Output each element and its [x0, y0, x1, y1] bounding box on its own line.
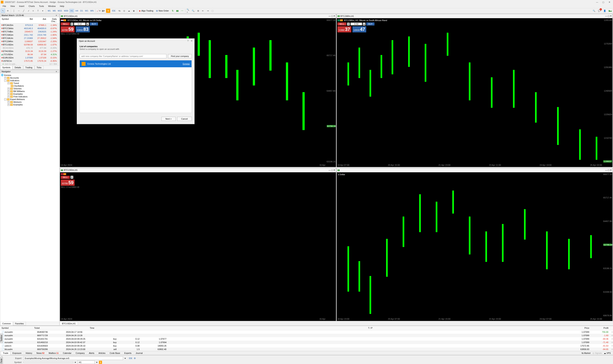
fibo-tool[interactable]: ≡ — [31, 9, 35, 13]
ide-link[interactable]: IDE — [129, 357, 132, 359]
navigator-tree[interactable]: 🌐Exness +Accounts-Indicators+TrendOscill… — [0, 73, 59, 322]
dollar-icon[interactable]: $ — [106, 9, 110, 13]
indicator-tool[interactable]: 📈▾ — [96, 9, 101, 13]
sell-button[interactable]: SELL — [61, 22, 70, 26]
tree-item[interactable]: +Trend — [0, 82, 59, 85]
tree-item[interactable]: -Expert Advisors — [0, 98, 59, 101]
market-watch-row[interactable]: ▼ BTCTHBm 2354572 2363025 -1.24% — [0, 30, 59, 33]
dollar-icon[interactable]: $ — [99, 361, 102, 364]
signals-icon[interactable]: ◎ — [122, 9, 126, 13]
maximize-button[interactable]: ▢ — [600, 0, 606, 4]
arrange-icon[interactable]: ⇅ — [170, 9, 175, 13]
tab-company[interactable]: Company — [74, 351, 87, 355]
menu-file[interactable]: File — [1, 5, 8, 8]
tab-news[interactable]: News92 — [34, 351, 47, 355]
chart-min[interactable]: — — [605, 15, 607, 17]
algo-trading-button[interactable]: ▶Algo Trading — [138, 9, 155, 13]
tab-articles[interactable]: Articles — [96, 351, 108, 355]
tf-select[interactable]: H1 — [78, 361, 95, 364]
chart-tab-btcusdm[interactable]: BTCUSDm,H1 — [60, 322, 78, 325]
tree-item[interactable]: +Free Indicators — [0, 95, 59, 98]
expand-icon[interactable]: + — [7, 90, 10, 92]
close-button[interactable]: ✕ — [606, 0, 612, 4]
market-watch-close[interactable]: × — [55, 14, 58, 16]
select-icon[interactable]: ⬚ — [210, 9, 215, 13]
market-watch-row[interactable]: ▼ BTCUSDm 63788.59 63858.83 -1.07% — [0, 43, 59, 46]
tab-mailbox[interactable]: Mailbox11 — [47, 351, 61, 355]
minimize-button[interactable]: — — [594, 0, 600, 4]
market-watch-row[interactable]: ▼ ETHUSDm 3115.34 3119.39 -1.27% — [0, 50, 59, 53]
mw-tab-details[interactable]: Details — [13, 65, 23, 69]
mw-tab-ticks[interactable]: Ticks — [35, 65, 43, 69]
tab-history[interactable]: History — [24, 351, 34, 355]
vps-link[interactable]: ☁ VPS — [604, 352, 611, 354]
buy-button[interactable]: BUY — [366, 22, 375, 26]
tf-h4[interactable]: H4 — [75, 9, 79, 12]
company-shortname[interactable]: Exness — [183, 63, 190, 65]
expert-select[interactable]: Examples\Moving Average\Moving Average.e… — [23, 357, 123, 360]
cancel-button[interactable]: Cancel — [177, 117, 192, 121]
menu-tools[interactable]: Tools — [37, 5, 46, 8]
next-button[interactable]: Next > — [161, 117, 176, 121]
tf-m15[interactable]: M15 — [57, 9, 63, 12]
mql5-icon[interactable]: ◉ — [132, 9, 136, 13]
connection-icon[interactable]: ▮▬ — [608, 9, 612, 13]
chart-btcusdm-bottom-right[interactable]: ▮▮ —▢✕ s Dollar 66977.1065717.4564457.80 — [337, 168, 613, 321]
search-icon[interactable]: 🔍 — [592, 9, 596, 13]
vline-tool[interactable]: │ — [12, 9, 16, 13]
new-order-button[interactable]: ⊞New Order — [155, 9, 170, 13]
crosshair-tool[interactable]: ✛ — [6, 9, 10, 13]
find-company-button[interactable]: Find your company — [168, 54, 192, 58]
tile-icon[interactable]: ⊞ — [196, 9, 200, 13]
line-icon[interactable]: 〰 — [180, 9, 184, 13]
close-trade-icon[interactable]: × — [610, 341, 613, 344]
market-watch-add[interactable]: +click to add... 12 / 394 — [0, 63, 59, 65]
market-watch-row[interactable]: ▲ LTCUSDm 86.94 87.94 4.31% — [0, 53, 59, 56]
close-trade-icon[interactable]: × — [610, 337, 613, 340]
volume-input[interactable]: 0.12 — [74, 23, 86, 25]
market-watch-row[interactable]: ▼ USTECm 17572.85 17578.24 -0.35% — [0, 59, 59, 63]
tab-journal[interactable]: Journal — [134, 351, 145, 355]
tree-item[interactable]: +Advisors — [0, 101, 59, 103]
expand-icon[interactable]: + — [7, 96, 10, 98]
tf-m1[interactable]: M1 — [47, 9, 51, 12]
menu-window[interactable]: Window — [46, 5, 58, 8]
tab-alerts[interactable]: Alerts — [87, 351, 96, 355]
autoscroll-icon[interactable]: ⇥ — [206, 9, 210, 13]
market-watch-row[interactable]: ▼ BTCAUDm 97519.8 97665.1 -1.34% — [0, 23, 59, 27]
signals-link[interactable]: ◎ Signals — [592, 352, 602, 354]
close-trade-icon[interactable]: × — [610, 330, 613, 334]
zoom-out-icon[interactable]: 🔍- — [191, 9, 196, 13]
chart-min[interactable]: — — [329, 15, 331, 17]
tf-mn[interactable]: MN — [90, 9, 94, 12]
expand-icon[interactable]: + — [7, 88, 10, 90]
tab-exposure[interactable]: Exposure — [10, 351, 23, 355]
profile-icon[interactable]: 👤 — [603, 9, 607, 13]
chart-close[interactable]: ✕ — [333, 15, 335, 17]
sell-button[interactable]: SELL — [61, 176, 70, 179]
dialog-close[interactable]: ✕ — [191, 40, 193, 42]
market-watch-row[interactable]: BCHUSDm 476.72 477.84 -0.20% — [0, 46, 59, 50]
tree-item[interactable]: +Volumes — [0, 87, 59, 90]
vol-down[interactable]: ▾ — [347, 23, 350, 26]
chart-max[interactable]: ▢ — [331, 15, 333, 17]
tf-d1[interactable]: D1 — [79, 9, 84, 12]
chart-btczarm[interactable]: ▮▮ BTCZARm,H1 —▢✕ BTCZARm, H1: Bitcoin v… — [337, 14, 613, 167]
market-watch-row[interactable]: ▼ EURUSDm 1.07099 1.07109 -0.15% — [0, 56, 59, 59]
volume-input[interactable]: 0.50 — [351, 23, 362, 25]
vol-up[interactable]: ▴ — [363, 23, 365, 26]
equidistant-tool[interactable]: ⫽ — [26, 9, 30, 13]
tab-calendar[interactable]: Calendar — [61, 351, 74, 355]
zoom-in-icon[interactable]: 🔍+ — [186, 9, 191, 13]
dialog-help[interactable]: ? — [187, 40, 188, 42]
vol-up[interactable]: ▴ — [86, 23, 89, 26]
trade-row[interactable]: 📄 eurusdm 631450210 2024.04.03 09:42:37 … — [0, 341, 613, 344]
buy-button[interactable]: BUY — [90, 22, 98, 26]
objects-tool[interactable]: ▾ — [41, 9, 45, 13]
gear-icon[interactable]: ⚙ — [134, 357, 136, 360]
tf-h1[interactable]: H1 — [69, 9, 74, 13]
tf-m5[interactable]: M5 — [52, 9, 56, 12]
tf-m30[interactable]: M30 — [63, 9, 69, 12]
trade-row[interactable]: 📄 eurusdm 654590736 2024.04.17 14:56 1.0… — [0, 330, 613, 334]
cursor-tool[interactable]: ↖ — [1, 9, 5, 13]
